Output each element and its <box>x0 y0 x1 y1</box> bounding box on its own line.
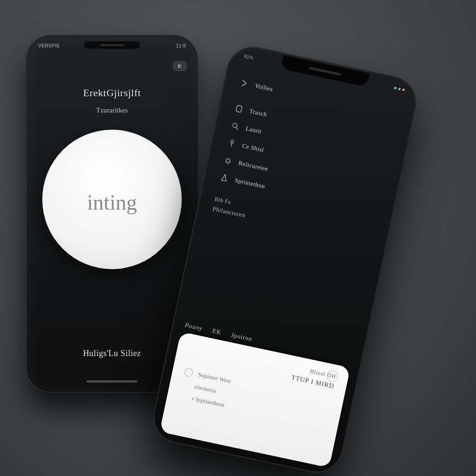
svg-point-1 <box>232 123 238 128</box>
bottom-meta-a: EK <box>212 327 222 337</box>
bottom-meta-b: Jpoiron <box>231 331 253 343</box>
radio-icon[interactable] <box>184 367 193 377</box>
tablet-icon <box>233 103 245 115</box>
bell-icon <box>222 155 234 167</box>
status-bar: VERSPIE 11:8 <box>28 43 196 48</box>
primary-action-circle[interactable]: inting <box>42 130 182 269</box>
menu-header-label: Voilies <box>254 82 274 93</box>
menu-item-label: Sprintethon <box>234 177 266 190</box>
svg-rect-0 <box>236 105 242 112</box>
accessory-icon <box>225 137 238 149</box>
menu-item-label: Ce Shisl <box>241 142 264 154</box>
menu-item-label: Trasch <box>249 107 267 119</box>
settings-menu: Voilies Trasch Laurit Ce Shisl <box>208 74 403 247</box>
menu-item-label: Relicureiee <box>238 159 269 173</box>
page-subtitle: Tzuraritkes <box>28 106 196 114</box>
page-title: ErektGjirsjlft <box>28 87 196 99</box>
radio-icon[interactable] <box>181 380 190 389</box>
menu-item-label: Laurit <box>245 125 262 135</box>
sheet-row-label: Supittee West <box>198 371 232 385</box>
circle-label: inting <box>87 190 137 215</box>
sheet-row-label: r fppitaednon <box>192 395 225 408</box>
search-icon <box>229 120 241 132</box>
status-right-text: 11:8 <box>176 43 186 48</box>
bottom-label-primary[interactable]: Pouny <box>184 321 203 332</box>
home-indicator-icon[interactable] <box>86 380 138 383</box>
radio-icon[interactable] <box>179 392 188 401</box>
status-indicator-dots-icon <box>394 87 405 92</box>
status-left-text: 81% <box>244 53 254 60</box>
sheet-row-label: eisrneess <box>194 383 218 395</box>
flask-icon <box>218 172 231 184</box>
chevron-right-icon <box>238 77 251 89</box>
corner-badge[interactable]: P. <box>173 61 187 71</box>
svg-point-2 <box>231 140 234 143</box>
status-left-text: VERSPIE <box>38 43 60 48</box>
